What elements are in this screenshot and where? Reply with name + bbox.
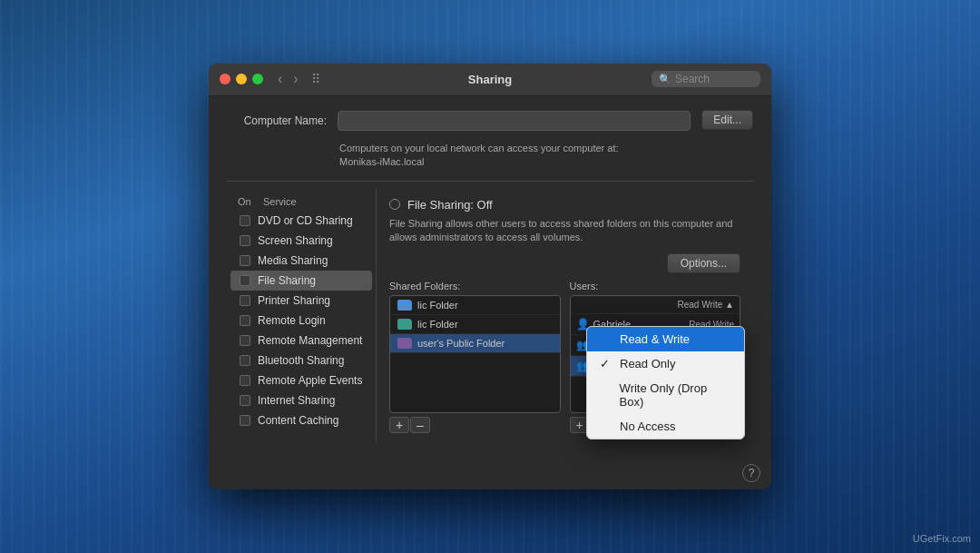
options-button[interactable]: Options...	[667, 253, 740, 273]
list-item-folder-0[interactable]: lic Folder	[390, 296, 560, 315]
search-box[interactable]: 🔍 Search	[652, 71, 760, 87]
sidebar-header: On Service	[227, 196, 376, 207]
permission-dropdown: Read & Write ✓ Read Only Write Only (Dro…	[586, 326, 745, 439]
sidebar-item-label-file: File Sharing	[258, 274, 316, 287]
sidebar-item-label-internet: Internet Sharing	[258, 394, 335, 407]
content-area: Computer Name: Edit... Computers on your…	[209, 96, 771, 458]
main-panel: On Service DVD or CD Sharing Screen Shar…	[227, 189, 753, 443]
users-section: Users: Read Write ▲ 👤 Gabriele Read Writ…	[570, 281, 741, 433]
folder-label-1: lic Folder	[417, 319, 553, 330]
users-perm-header: Read Write ▲	[677, 300, 734, 310]
sidebar-item-label-content-caching: Content Caching	[258, 414, 338, 427]
folder-add-remove: + –	[389, 417, 561, 433]
forward-button[interactable]: ›	[289, 72, 301, 86]
search-placeholder: Search	[675, 73, 710, 85]
shared-folders-section: Shared Folders: lic Folder lic Folder	[389, 281, 561, 433]
sidebar-checkbox-printer[interactable]	[240, 295, 250, 306]
computer-name-row: Computer Name: Edit...	[227, 111, 753, 131]
divider	[227, 181, 753, 182]
sidebar-checkbox-bluetooth[interactable]	[240, 355, 250, 366]
sidebar-item-screen[interactable]: Screen Sharing	[230, 231, 372, 251]
sidebar-checkbox-apple-events[interactable]	[240, 375, 250, 386]
sidebar-checkbox-internet[interactable]	[240, 395, 250, 406]
bottom-bar: ?	[209, 457, 771, 489]
sidebar-checkbox-remote-mgmt[interactable]	[240, 335, 250, 346]
title-bar: ‹ › ⠿ Sharing 🔍 Search	[209, 64, 771, 96]
folders-users-panel: Shared Folders: lic Folder lic Folder	[389, 281, 740, 433]
dropdown-item-write-only[interactable]: Write Only (Drop Box)	[587, 376, 744, 414]
folder-icon-1	[397, 319, 412, 330]
users-header-row: Read Write ▲	[571, 296, 740, 314]
sidebar-item-remote-login[interactable]: Remote Login	[230, 311, 372, 331]
sidebar-checkbox-media[interactable]	[240, 255, 250, 266]
sidebar-checkbox-content-caching[interactable]	[240, 415, 250, 426]
sidebar-item-media[interactable]: Media Sharing	[230, 251, 372, 271]
list-item-folder-1[interactable]: lic Folder	[390, 315, 560, 334]
minimize-button[interactable]	[236, 74, 247, 84]
help-button[interactable]: ?	[742, 464, 760, 482]
edit-button[interactable]: Edit...	[701, 110, 753, 130]
sidebar-item-label-media: Media Sharing	[258, 254, 328, 267]
watermark: UGetFix.com	[913, 533, 971, 544]
sidebar-item-remote-mgmt[interactable]: Remote Management	[230, 331, 372, 351]
grid-icon[interactable]: ⠿	[311, 72, 320, 86]
sidebar-item-label-bluetooth: Bluetooth Sharing	[258, 354, 344, 367]
folder-icon-0	[397, 300, 412, 311]
file-sharing-title: File Sharing: Off	[407, 198, 493, 212]
traffic-lights	[220, 74, 263, 84]
main-window: ‹ › ⠿ Sharing 🔍 Search Computer Name: Ed…	[209, 64, 771, 490]
dropdown-label-read-only: Read Only	[620, 357, 675, 370]
search-icon: 🔍	[659, 74, 671, 85]
folder-icon-2	[397, 338, 412, 349]
folder-remove-button[interactable]: –	[410, 417, 430, 433]
dropdown-label-no-access: No Access	[620, 420, 675, 433]
sidebar: On Service DVD or CD Sharing Screen Shar…	[227, 189, 377, 443]
dropdown-label-write-only: Write Only (Drop Box)	[620, 381, 731, 409]
sidebar-item-label-dvd: DVD or CD Sharing	[258, 214, 353, 227]
maximize-button[interactable]	[252, 74, 263, 84]
sidebar-checkbox-file[interactable]	[240, 275, 250, 286]
sidebar-item-printer[interactable]: Printer Sharing	[230, 291, 372, 311]
dropdown-item-read-write[interactable]: Read & Write	[587, 327, 744, 351]
sidebar-item-label-screen: Screen Sharing	[258, 234, 333, 247]
sidebar-item-label-apple-events: Remote Apple Events	[258, 374, 362, 387]
computer-name-input[interactable]	[338, 111, 691, 131]
sidebar-item-label-remote-mgmt: Remote Management	[258, 334, 362, 347]
computer-name-label: Computer Name:	[227, 114, 327, 127]
col-service-label: Service	[263, 196, 297, 207]
col-on-label: On	[238, 196, 263, 207]
shared-folders-title: Shared Folders:	[389, 281, 561, 291]
window-title: Sharing	[468, 73, 512, 86]
file-sharing-desc: File Sharing allows other users to acces…	[389, 217, 740, 245]
dropdown-label-read-write: Read & Write	[620, 332, 690, 346]
sidebar-item-internet[interactable]: Internet Sharing	[230, 390, 372, 410]
sidebar-item-file[interactable]: File Sharing	[230, 271, 372, 291]
sidebar-checkbox-dvd[interactable]	[240, 215, 250, 226]
sidebar-item-bluetooth[interactable]: Bluetooth Sharing	[230, 351, 372, 370]
dropdown-item-read-only[interactable]: ✓ Read Only	[587, 351, 744, 376]
file-sharing-radio[interactable]	[389, 199, 400, 210]
check-mark-read-only: ✓	[600, 357, 612, 370]
sidebar-item-dvd[interactable]: DVD or CD Sharing	[230, 211, 372, 231]
dropdown-item-no-access[interactable]: No Access	[587, 414, 744, 439]
sidebar-item-label-printer: Printer Sharing	[258, 294, 330, 307]
folder-add-button[interactable]: +	[389, 417, 409, 433]
back-button[interactable]: ‹	[274, 72, 286, 86]
sidebar-item-content-caching[interactable]: Content Caching	[230, 410, 372, 430]
close-button[interactable]	[220, 74, 230, 84]
sidebar-item-label-remote-login: Remote Login	[258, 314, 326, 327]
users-title: Users:	[570, 281, 741, 291]
folder-label-0: lic Folder	[417, 300, 553, 311]
sidebar-checkbox-screen[interactable]	[240, 235, 250, 246]
folder-label-2: user's Public Folder	[417, 338, 553, 349]
file-sharing-header: File Sharing: Off	[389, 198, 740, 212]
shared-folders-list: lic Folder lic Folder user's Public Fold…	[389, 295, 561, 413]
right-panel: File Sharing: Off File Sharing allows ot…	[377, 189, 753, 443]
nav-buttons: ‹ ›	[274, 72, 302, 86]
sidebar-checkbox-remote-login[interactable]	[240, 315, 250, 326]
sidebar-item-apple-events[interactable]: Remote Apple Events	[230, 370, 372, 390]
list-item-folder-2[interactable]: user's Public Folder	[390, 334, 560, 353]
access-info: Computers on your local network can acce…	[339, 142, 753, 170]
options-row: Options...	[389, 253, 740, 273]
